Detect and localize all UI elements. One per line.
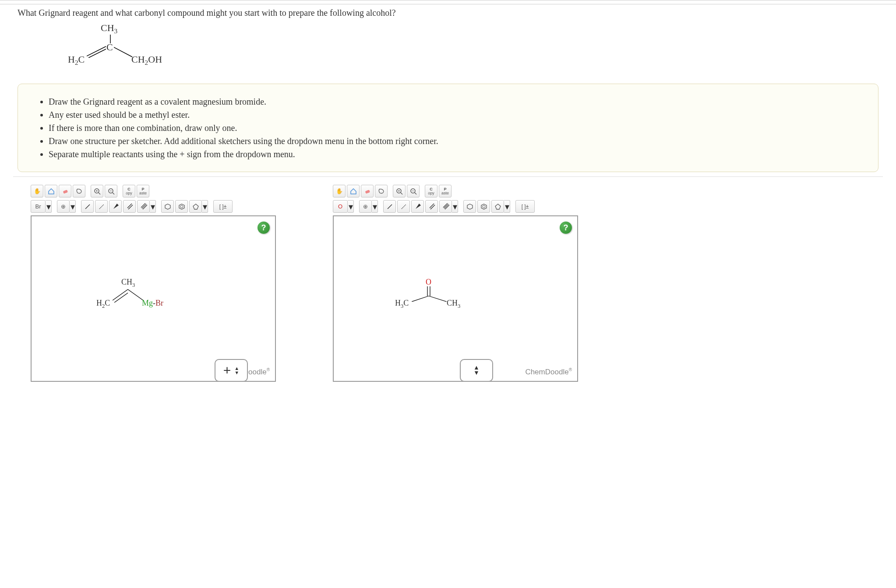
ring-dropdown[interactable]: ▾: [202, 200, 208, 213]
svg-line-16: [128, 205, 133, 209]
wedge-bond-button[interactable]: [411, 200, 424, 213]
bracket-charge-button[interactable]: [ ]±: [515, 200, 535, 213]
element-dropdown[interactable]: ▾: [46, 200, 52, 213]
stepper-arrows-icon: ▲▼: [473, 365, 480, 376]
copy-button[interactable]: Copy: [123, 185, 135, 197]
instruction-item: Draw the Grignard reagent as a covalent …: [49, 95, 863, 108]
triple-bond-button[interactable]: [137, 200, 150, 213]
question-text: What Grignard reagent and what carbonyl …: [0, 4, 896, 18]
svg-line-39: [430, 205, 435, 209]
lasso-button[interactable]: [375, 185, 388, 197]
svg-rect-4: [63, 190, 67, 194]
sketcher-right: ✋ Copy Paste O ▾ ⊕ ▾: [333, 185, 578, 382]
instruction-item: Any ester used should be a methyl ester.: [49, 108, 863, 121]
add-sketcher-button[interactable]: + ▲▼: [215, 359, 248, 382]
eraser-button[interactable]: [59, 185, 71, 197]
instruction-item: Draw one structure per sketcher. Add add…: [49, 134, 863, 148]
home-button[interactable]: [347, 185, 360, 197]
svg-marker-43: [467, 204, 473, 209]
svg-line-6: [99, 193, 100, 194]
charge-plus-button[interactable]: ⊕: [57, 200, 70, 213]
svg-line-12: [85, 204, 90, 209]
mol-label-ch2oh: CH2OH: [131, 54, 162, 67]
canvas-label-o: O: [426, 278, 431, 287]
svg-point-22: [180, 205, 183, 208]
element-button[interactable]: Br: [31, 200, 46, 213]
canvas-label: CH3: [447, 299, 460, 310]
instruction-item: If there is more than one combination, d…: [49, 121, 863, 134]
svg-line-13: [99, 204, 104, 209]
zoom-out-button[interactable]: [407, 185, 420, 197]
bracket-charge-button[interactable]: [ ]±: [213, 200, 233, 213]
canvas-label: H2C: [96, 299, 110, 310]
recessed-bond-button[interactable]: [397, 200, 410, 213]
hand-tool-button[interactable]: ✋: [333, 185, 346, 197]
toolbar-row-2: Br ▾ ⊕ ▾ ▾ ▾ [ ]±: [31, 200, 276, 213]
canvas-label: CH3: [121, 278, 135, 289]
help-button[interactable]: ?: [560, 222, 572, 234]
hand-tool-button[interactable]: ✋: [31, 185, 43, 197]
help-button[interactable]: ?: [258, 222, 270, 234]
svg-marker-21: [179, 204, 184, 209]
paste-button[interactable]: Paste: [439, 185, 452, 197]
eraser-button[interactable]: [361, 185, 374, 197]
drawing-canvas-left[interactable]: ? CH3 H2C Mg - Br ChemDoodle®: [31, 215, 276, 382]
cyclohexane-button[interactable]: [463, 200, 476, 213]
svg-line-49: [412, 296, 429, 302]
svg-marker-37: [416, 204, 421, 209]
wedge-bond-button[interactable]: [109, 200, 122, 213]
double-bond-button[interactable]: [123, 200, 136, 213]
svg-rect-27: [365, 190, 370, 194]
ring-dropdown[interactable]: ▾: [504, 200, 510, 213]
plus-icon: +: [223, 363, 231, 378]
svg-line-26: [128, 289, 143, 300]
charge-plus-button[interactable]: ⊕: [359, 200, 372, 213]
canvas-label: H3C: [395, 299, 409, 310]
cyclopentane-button[interactable]: [491, 200, 504, 213]
home-button[interactable]: [45, 185, 57, 197]
canvas-label-br: Br: [155, 299, 163, 308]
cyclopentane-button[interactable]: [189, 200, 202, 213]
target-molecule: CH3 C H2C CH2OH: [0, 18, 896, 79]
sketcher-left: ✋ Copy Paste Br ▾ ⊕ ▾: [31, 185, 276, 382]
lasso-button[interactable]: [73, 185, 85, 197]
svg-line-29: [401, 193, 402, 194]
mol-label-h2c: H2C: [68, 54, 85, 67]
element-dropdown[interactable]: ▾: [348, 200, 354, 213]
single-bond-button[interactable]: [81, 200, 94, 213]
instructions-panel: Draw the Grignard reagent as a covalent …: [18, 84, 878, 172]
charge-dropdown[interactable]: ▾: [372, 200, 378, 213]
stepper-arrows-icon: ▲▼: [234, 366, 239, 375]
drawing-canvas-right[interactable]: ? O H3C CH3 ChemDoodle®: [333, 215, 578, 382]
toolbar-row-1: ✋ Copy Paste: [31, 185, 276, 197]
benzene-button[interactable]: [175, 200, 188, 213]
zoom-in-button[interactable]: [393, 185, 406, 197]
svg-line-3: [114, 47, 132, 57]
charge-dropdown[interactable]: ▾: [70, 200, 76, 213]
single-bond-button[interactable]: [383, 200, 396, 213]
stepper-button[interactable]: ▲▼: [460, 359, 493, 382]
svg-line-10: [113, 193, 114, 194]
element-button[interactable]: O: [333, 200, 348, 213]
paste-button[interactable]: Paste: [137, 185, 149, 197]
triple-bond-button[interactable]: [439, 200, 452, 213]
zoom-in-button[interactable]: [91, 185, 103, 197]
svg-point-45: [483, 205, 485, 208]
copy-button[interactable]: Copy: [425, 185, 437, 197]
mol-label-ch3: CH3: [101, 22, 117, 35]
bond-dropdown[interactable]: ▾: [150, 200, 156, 213]
toolbar-row-2: O ▾ ⊕ ▾ ▾ ▾ [ ]±: [333, 200, 578, 213]
svg-line-1: [87, 46, 106, 56]
svg-marker-14: [113, 204, 119, 209]
svg-marker-46: [495, 204, 501, 209]
svg-marker-20: [165, 204, 170, 209]
canvas-label-mg: Mg: [142, 299, 153, 308]
cyclohexane-button[interactable]: [161, 200, 174, 213]
benzene-button[interactable]: [477, 200, 490, 213]
svg-marker-23: [193, 204, 198, 209]
bond-dropdown[interactable]: ▾: [452, 200, 458, 213]
svg-line-2: [88, 49, 106, 58]
zoom-out-button[interactable]: [105, 185, 117, 197]
double-bond-button[interactable]: [425, 200, 438, 213]
recessed-bond-button[interactable]: [95, 200, 108, 213]
